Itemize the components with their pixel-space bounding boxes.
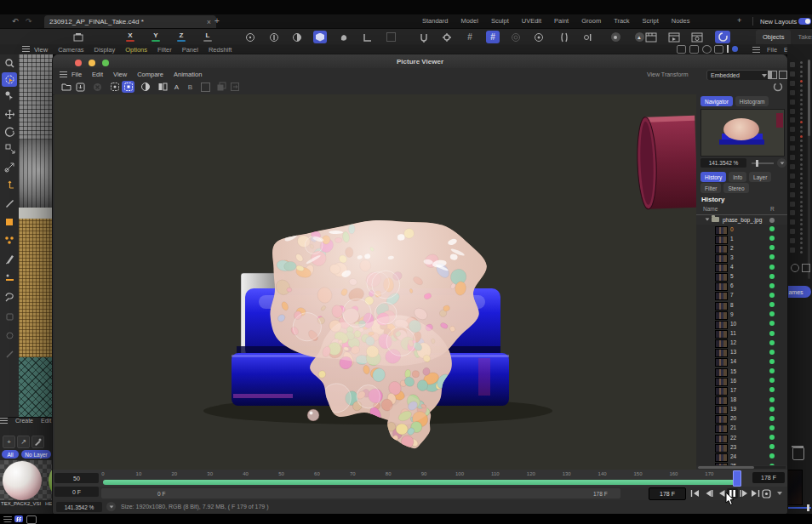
- pv-redshift-icon[interactable]: [771, 81, 784, 93]
- material-hamburger-icon[interactable]: [0, 418, 8, 424]
- column-name[interactable]: Name: [703, 206, 718, 212]
- ab-split-icon[interactable]: [199, 81, 212, 93]
- new-layouts-toggle[interactable]: [798, 18, 811, 25]
- workplane-icon[interactable]: [384, 31, 397, 43]
- frame-rendered-dot[interactable]: [769, 435, 775, 440]
- brush-tool-icon[interactable]: [2, 252, 17, 266]
- viewport-menu-item[interactable]: Panel: [182, 46, 198, 54]
- snap-grid-active-icon[interactable]: #: [486, 31, 500, 43]
- pv-menu-item[interactable]: View: [113, 71, 127, 78]
- render-to-pv-icon[interactable]: [667, 31, 681, 43]
- material-sphere-1[interactable]: [3, 461, 42, 500]
- info-tab2[interactable]: Stereo: [723, 183, 748, 193]
- popout-icon[interactable]: [779, 71, 787, 79]
- layout-menu-item[interactable]: Track: [614, 17, 629, 25]
- frame-rendered-dot[interactable]: [769, 265, 775, 270]
- render-settings-btn-icon[interactable]: [690, 31, 704, 43]
- preview-range-bar[interactable]: 0 F 178 F: [101, 488, 620, 498]
- frame-rendered-dot[interactable]: [769, 425, 775, 430]
- timeline-cached-range-bar[interactable]: [103, 480, 739, 485]
- material-menu-create[interactable]: Create: [15, 418, 33, 424]
- info-tab[interactable]: History: [700, 172, 726, 182]
- popout-panel-icon[interactable]: [802, 264, 810, 272]
- history-frame-row[interactable]: 4: [696, 263, 787, 272]
- pv-hamburger-icon[interactable]: [60, 71, 67, 77]
- tweak-tool-icon[interactable]: [2, 88, 17, 103]
- status-zoom-field[interactable]: 141.3542 %: [56, 502, 102, 512]
- info-tab2[interactable]: Filter: [700, 183, 721, 193]
- render-canvas[interactable]: [54, 94, 696, 470]
- pv-menu-item[interactable]: Edit: [92, 71, 103, 78]
- pv-menu-item[interactable]: File: [71, 71, 82, 78]
- history-frame-row[interactable]: 1: [696, 234, 787, 243]
- frame-rendered-dot[interactable]: [769, 444, 775, 449]
- navigator-zoom-slider[interactable]: [752, 162, 774, 164]
- history-frame-row[interactable]: 20: [696, 414, 787, 424]
- axis-x-button[interactable]: X: [125, 31, 135, 39]
- history-frame-row[interactable]: 12: [696, 339, 787, 348]
- info-tab[interactable]: Info: [729, 172, 746, 182]
- history-frame-row[interactable]: 2: [696, 243, 787, 253]
- pv-menu-item[interactable]: Compare: [137, 71, 163, 78]
- frame-rendered-dot[interactable]: [769, 387, 775, 392]
- axis-lock-icon[interactable]: [361, 31, 375, 43]
- history-frame-row[interactable]: 16: [696, 376, 787, 385]
- open-folder-icon[interactable]: [60, 81, 72, 93]
- undo-icon[interactable]: ↶: [12, 17, 19, 26]
- layer-tab-all[interactable]: All: [2, 450, 19, 458]
- frame-rendered-dot[interactable]: [769, 293, 775, 298]
- history-frame-row[interactable]: 6: [696, 282, 787, 291]
- big-icon-view-icon[interactable]: [26, 515, 37, 524]
- pv-menu-item[interactable]: Animation: [174, 71, 202, 78]
- frame-rendered-dot[interactable]: [769, 378, 775, 383]
- navigator-zoom-field[interactable]: 141.3542 %: [700, 158, 746, 168]
- layout-menu-item[interactable]: Standard: [422, 17, 448, 25]
- zoom-window-icon[interactable]: [102, 60, 109, 66]
- current-frame-field[interactable]: 178 F: [649, 487, 686, 500]
- quantize-grid-icon[interactable]: #: [463, 31, 477, 43]
- eyedropper-icon[interactable]: [31, 436, 44, 448]
- move-tool-icon[interactable]: [2, 107, 17, 122]
- frame-rendered-dot[interactable]: [769, 464, 775, 465]
- frame-rendered-dot[interactable]: [769, 254, 775, 259]
- pin-icon[interactable]: [689, 45, 699, 54]
- cancel-render-icon[interactable]: [91, 81, 104, 93]
- history-frame-row[interactable]: 5: [696, 272, 787, 282]
- viewport-hamburger-icon[interactable]: [22, 46, 30, 52]
- axis-modify-icon[interactable]: [2, 177, 17, 191]
- add-material-icon[interactable]: +: [3, 436, 15, 448]
- frame-rendered-dot[interactable]: [769, 416, 775, 421]
- points-mode-icon[interactable]: [2, 233, 17, 248]
- export-icon[interactable]: [228, 81, 241, 93]
- layout-menu-item[interactable]: Sculpt: [491, 17, 509, 25]
- layer-tab-nolayer[interactable]: No Layer: [21, 450, 51, 458]
- history-frame-row[interactable]: 25: [696, 462, 787, 465]
- save-icon[interactable]: [74, 81, 87, 93]
- frame-rendered-dot[interactable]: [769, 331, 775, 336]
- history-frame-row[interactable]: 11: [696, 329, 787, 339]
- center-icon[interactable]: [532, 31, 546, 43]
- target-icon[interactable]: [509, 31, 523, 43]
- history-frame-row[interactable]: 14: [696, 357, 787, 367]
- folder-render-dot[interactable]: [769, 218, 775, 223]
- coord-system-button[interactable]: L: [203, 31, 213, 39]
- layout-menu-item[interactable]: UVEdit: [522, 17, 541, 25]
- new-tab-button[interactable]: +: [214, 16, 220, 26]
- history-frame-row[interactable]: 8: [696, 300, 787, 310]
- manager-tab[interactable]: Objects: [756, 30, 791, 45]
- frame-rendered-dot[interactable]: [769, 453, 775, 458]
- half-shade-icon[interactable]: [290, 31, 304, 43]
- extra-tool-icon[interactable]: [2, 310, 17, 324]
- layout-menu-item[interactable]: Script: [643, 17, 659, 25]
- history-frame-row[interactable]: 23: [696, 442, 787, 452]
- archive-icon[interactable]: [71, 31, 85, 43]
- compare-a-button[interactable]: A: [170, 81, 183, 93]
- picture-viewer-titlebar[interactable]: Picture Viewer: [53, 54, 787, 68]
- render-view-icon[interactable]: [644, 31, 658, 43]
- frame-rendered-dot[interactable]: [769, 311, 775, 316]
- compare-b-button[interactable]: B: [184, 81, 197, 93]
- document-tab[interactable]: 230912_AP_FINAL_Take.c4d * ×: [44, 15, 216, 28]
- live-selection-tool-icon[interactable]: [2, 72, 17, 87]
- tool-settings-icon[interactable]: [581, 31, 595, 43]
- close-tab-icon[interactable]: ×: [207, 18, 211, 26]
